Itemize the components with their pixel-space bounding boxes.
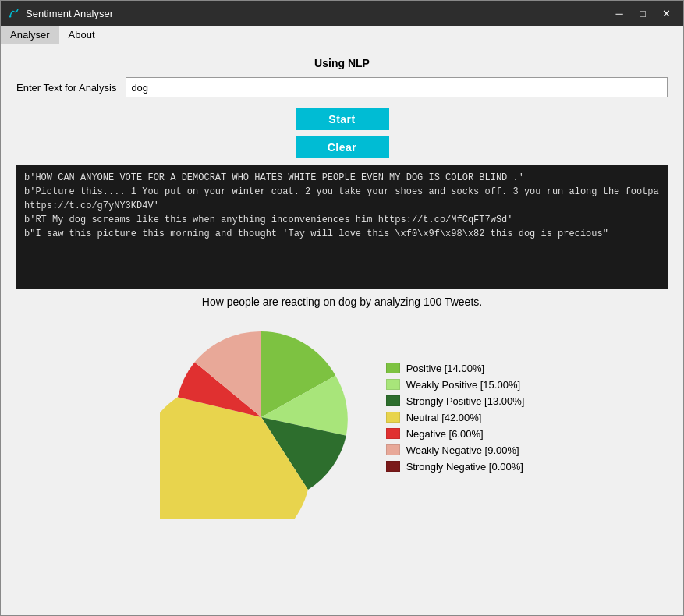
legend-color-weakly-negative (386, 444, 400, 455)
menu-bar: Analyser About (1, 26, 683, 44)
window-title: Sentiment Analyser (26, 8, 608, 19)
input-row: Enter Text for Analysis (16, 77, 668, 97)
output-box: b'HOW CAN ANYONE VOTE FOR A DEMOCRAT WHO… (16, 165, 668, 289)
text-input[interactable] (126, 77, 668, 97)
maximize-button[interactable]: □ (632, 5, 654, 22)
using-nlp-label: Using NLP (16, 57, 668, 69)
legend-label-neutral: Neutral [42.00%] (406, 412, 482, 423)
clear-btn-row: Clear (16, 136, 668, 158)
chart-container: Positive [14.00%] Weakly Positive [15.00… (160, 316, 525, 519)
legend-item-positive: Positive [14.00%] (386, 363, 525, 374)
minimize-button[interactable]: ─ (608, 5, 630, 22)
pie-chart (160, 316, 363, 519)
legend-color-strongly-positive (386, 395, 400, 406)
legend-color-weakly-positive (386, 379, 400, 390)
legend-item-strongly-positive: Strongly Positive [13.00%] (386, 395, 525, 407)
legend-item-weakly-negative: Weakly Negative [9.00%] (386, 444, 525, 456)
legend-item-negative: Negative [6.00%] (386, 428, 525, 440)
close-button[interactable]: ✕ (655, 5, 677, 22)
legend-label-negative: Negative [6.00%] (406, 428, 484, 440)
input-label: Enter Text for Analysis (16, 82, 116, 94)
start-btn-row: Start (16, 108, 668, 130)
legend-color-positive (386, 363, 400, 373)
chart-section: How people are reacting on dog by analyz… (16, 289, 668, 603)
svg-point-0 (9, 16, 12, 18)
legend-item-neutral: Neutral [42.00%] (386, 412, 525, 423)
chart-legend: Positive [14.00%] Weakly Positive [15.00… (386, 363, 525, 473)
menu-item-analyser[interactable]: Analyser (1, 26, 59, 44)
legend-label-weakly-positive: Weakly Positive [15.00%] (406, 379, 520, 391)
app-icon (7, 6, 21, 20)
legend-item-strongly-negative: Strongly Negative [0.00%] (386, 461, 525, 473)
chart-title: How people are reacting on dog by analyz… (202, 296, 482, 308)
menu-item-about[interactable]: About (59, 26, 105, 44)
title-bar: Sentiment Analyser ─ □ ✕ (1, 1, 683, 26)
app-window: Sentiment Analyser ─ □ ✕ Analyser About … (0, 0, 684, 616)
legend-item-weakly-positive: Weakly Positive [15.00%] (386, 379, 525, 391)
legend-label-strongly-negative: Strongly Negative [0.00%] (406, 461, 523, 473)
legend-label-strongly-positive: Strongly Positive [13.00%] (406, 395, 525, 407)
legend-label-weakly-negative: Weakly Negative [9.00%] (406, 444, 519, 456)
legend-color-strongly-negative (386, 461, 400, 472)
legend-color-neutral (386, 412, 400, 423)
clear-button[interactable]: Clear (296, 136, 389, 158)
legend-color-negative (386, 428, 400, 439)
start-button[interactable]: Start (296, 108, 389, 130)
content-area: Using NLP Enter Text for Analysis Start … (1, 44, 683, 615)
window-controls: ─ □ ✕ (608, 5, 677, 22)
legend-label-positive: Positive [14.00%] (406, 363, 484, 374)
